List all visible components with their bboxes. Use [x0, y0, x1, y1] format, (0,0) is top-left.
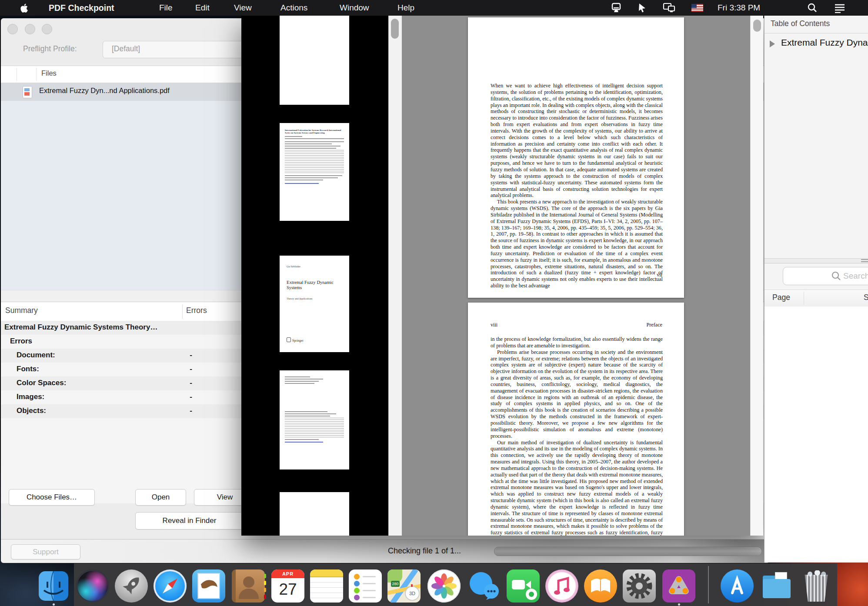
page-scrollbar[interactable]: [750, 16, 763, 536]
downloads-folder-icon: [760, 569, 793, 603]
dock-mail[interactable]: [192, 569, 225, 603]
zoom-button[interactable]: [42, 24, 52, 34]
column-separator: [36, 68, 37, 81]
pdf-page-vii[interactable]: When we want to achieve high effectivene…: [468, 17, 684, 298]
app-store-a-icon: [721, 569, 754, 603]
dock-itunes[interactable]: [545, 569, 578, 603]
page-vii-text: When we want to achieve high effectivene…: [491, 83, 663, 289]
dock-facetime[interactable]: [507, 569, 540, 603]
second-column-header[interactable]: S: [864, 293, 868, 302]
menu-help[interactable]: Help: [397, 0, 414, 16]
dock-maps[interactable]: 280 3D: [387, 569, 421, 603]
panel-splitter[interactable]: [765, 258, 868, 263]
dock-finder[interactable]: [37, 569, 70, 603]
scrollbar-thumb[interactable]: [391, 19, 399, 39]
spotlight-icon[interactable]: [807, 3, 818, 15]
eagle-icon: [192, 569, 225, 603]
apple-menu[interactable]: [19, 2, 30, 18]
dock-trash[interactable]: [800, 569, 833, 603]
menu-edit[interactable]: Edit: [195, 0, 210, 16]
app-menu-title[interactable]: PDF Checkpoint: [49, 0, 114, 16]
summary-column-header[interactable]: Summary: [5, 306, 38, 315]
paragraph: Problems arise because processes occurri…: [491, 349, 663, 440]
minimize-button[interactable]: [25, 24, 35, 34]
choose-files-button[interactable]: Choose Files…: [9, 489, 95, 506]
dock-siri[interactable]: [76, 569, 109, 603]
dock-ibooks[interactable]: [584, 569, 617, 603]
menu-bar: PDF Checkpoint File Edit View Actions Wi…: [0, 0, 868, 16]
notification-center-icon[interactable]: [834, 3, 845, 15]
page-column-header[interactable]: Page: [772, 293, 790, 302]
us-flag-icon[interactable]: [691, 4, 703, 13]
progress-bar: [494, 547, 762, 556]
error-label: Fonts:: [17, 365, 39, 373]
display-icon[interactable]: [611, 3, 622, 15]
search-input[interactable]: [842, 269, 868, 283]
error-label: Objects:: [17, 406, 46, 415]
splitter-grab-handle-icon[interactable]: [861, 259, 868, 263]
menu-file[interactable]: File: [159, 0, 173, 16]
dock-app-store[interactable]: [721, 569, 754, 603]
paragraph: in the process of knowledge formalizatio…: [491, 336, 663, 349]
search-field[interactable]: [783, 267, 868, 285]
dock-messages[interactable]: [467, 569, 500, 603]
thumbnail-page-4[interactable]: [280, 370, 349, 469]
support-button[interactable]: Support: [11, 544, 80, 559]
thumbnail-page-3[interactable]: Gia Sirbiladze Extremal Fuzzy Dynamic Sy…: [280, 256, 349, 352]
dock-contacts[interactable]: [232, 569, 265, 603]
page-number: vii: [657, 272, 662, 278]
dock-safari[interactable]: [154, 569, 187, 603]
airplay-displays-icon[interactable]: [663, 3, 676, 15]
photos-flower-icon: [427, 569, 461, 603]
scrollbar-thumb[interactable]: [753, 20, 761, 32]
paragraph: When we want to achieve high effectivene…: [491, 83, 663, 199]
thumbnail-sidebar[interactable]: International Federation for Systems Res…: [241, 16, 388, 536]
toc-title: Table of Contents: [771, 19, 830, 28]
pdf-viewer-window: International Federation for Systems Res…: [241, 16, 763, 536]
thumbnail-page-1[interactable]: [280, 16, 349, 105]
disclosure-triangle-icon[interactable]: [770, 40, 775, 47]
status-text: Checking file 1 of 1...: [388, 546, 461, 556]
pdf-page-viii[interactable]: viii Preface in the process of knowledge…: [468, 303, 684, 536]
toc-item[interactable]: Extremal Fuzzy Dynamic Systems Theory an…: [765, 34, 868, 54]
dock-launchpad[interactable]: [115, 569, 148, 603]
trash-icon: [803, 570, 829, 602]
dock-calendar[interactable]: APR 27: [271, 569, 304, 603]
errors-column-header[interactable]: Errors: [186, 306, 207, 315]
compass-needle-icon: [154, 569, 187, 603]
close-button[interactable]: [7, 24, 18, 34]
menu-bar-clock[interactable]: Fri 3:38 PM: [718, 0, 760, 16]
dock-photos[interactable]: [427, 569, 461, 603]
running-head-left: viii: [491, 322, 497, 328]
menu-window[interactable]: Window: [340, 0, 369, 16]
menu-actions[interactable]: Actions: [280, 0, 307, 16]
search-results-list[interactable]: [765, 306, 868, 563]
dock-system-preferences[interactable]: [623, 569, 656, 603]
dock-pdf-checkpoint[interactable]: [662, 569, 695, 603]
cursor-icon[interactable]: [637, 3, 648, 15]
reveal-in-finder-button[interactable]: Reveal in Finder: [135, 512, 244, 529]
toc-item-label: Extremal Fuzzy Dynamic Systems Theory an…: [781, 37, 868, 48]
maps-route-shield: 280: [391, 581, 400, 587]
dock-downloads[interactable]: [760, 569, 793, 603]
status-bar: Support Checking file 1 of 1...: [1, 539, 770, 563]
thumbnail-page-2[interactable]: International Federation for Systems Res…: [280, 123, 349, 221]
molecule-icon: [662, 569, 695, 603]
calendar-day: 27: [271, 578, 304, 601]
notes-icon: [310, 569, 343, 603]
table-of-contents-panel: Table of Contents Extremal Fuzzy Dynamic…: [764, 16, 868, 563]
error-value: -: [166, 351, 192, 360]
menu-view[interactable]: View: [234, 0, 252, 16]
files-column-header[interactable]: Files: [41, 69, 57, 77]
dock-reminders[interactable]: [349, 569, 382, 603]
preflight-profile-popup[interactable]: [Default]: [103, 41, 247, 58]
search-icon: [831, 271, 841, 281]
dock-notes[interactable]: [310, 569, 343, 603]
thumbnail-page-5[interactable]: [280, 492, 349, 536]
pdf-checkpoint-running-indicator: [678, 603, 680, 606]
apple-icon: [19, 2, 30, 14]
calendar-month: APR: [271, 569, 304, 578]
open-button[interactable]: Open: [135, 489, 186, 506]
thumbnail-scrollbar[interactable]: [388, 16, 402, 536]
facetime-icon: [507, 569, 540, 603]
